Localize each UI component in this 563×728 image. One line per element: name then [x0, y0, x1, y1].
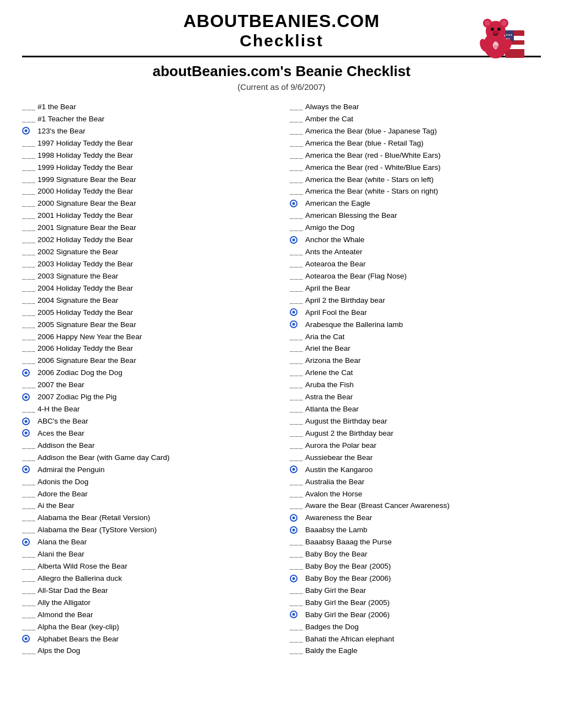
checkbox[interactable]: ___ [22, 295, 38, 306]
checkbox[interactable]: ___ [290, 295, 305, 306]
checkbox[interactable]: ___ [290, 404, 305, 415]
checkbox[interactable] [22, 634, 38, 645]
checkbox[interactable]: ___ [22, 355, 38, 366]
checkbox[interactable] [290, 512, 305, 523]
checkbox[interactable]: ___ [22, 585, 38, 596]
checkbox[interactable]: ___ [22, 573, 38, 584]
item-label: August 2 the Birthday bear [305, 428, 394, 440]
list-item: ___Addison the Bear [22, 440, 273, 452]
checkbox[interactable]: ___ [22, 477, 38, 488]
checkbox[interactable]: ___ [22, 114, 38, 125]
checkbox[interactable]: ___ [22, 101, 38, 113]
checkbox[interactable]: ___ [22, 645, 38, 656]
checkbox[interactable]: ___ [22, 198, 38, 209]
checkbox[interactable]: ___ [22, 307, 38, 318]
checkbox[interactable]: ___ [290, 585, 305, 596]
checkbox[interactable]: ___ [22, 549, 38, 560]
checkbox[interactable] [290, 573, 305, 584]
checkbox[interactable]: ___ [22, 343, 38, 354]
checkbox[interactable]: ___ [290, 489, 305, 500]
checkbox[interactable]: ___ [22, 404, 38, 415]
checkbox[interactable]: ___ [290, 247, 305, 258]
checkbox[interactable]: ___ [290, 597, 305, 608]
checkbox[interactable]: ___ [22, 440, 38, 451]
checkbox[interactable]: ___ [290, 561, 305, 572]
checkbox[interactable]: ___ [290, 114, 305, 125]
checkbox[interactable]: ___ [22, 597, 38, 608]
checkbox[interactable]: ___ [290, 645, 305, 656]
checkbox[interactable]: ___ [22, 283, 38, 294]
checkbox[interactable]: ___ [22, 379, 38, 390]
checkbox[interactable]: ___ [290, 477, 305, 488]
checkbox[interactable]: ___ [22, 222, 38, 233]
item-label: Alberta Wild Rose the Bear [38, 561, 128, 572]
checkbox[interactable] [22, 428, 38, 439]
checkbox[interactable]: ___ [22, 452, 38, 463]
checkbox[interactable]: ___ [22, 234, 38, 245]
checkbox[interactable]: ___ [290, 416, 305, 427]
checkbox[interactable] [22, 367, 38, 378]
checkbox[interactable]: ___ [22, 271, 38, 282]
checkbox[interactable]: ___ [22, 210, 38, 221]
checkbox[interactable]: ___ [290, 259, 305, 270]
checkbox[interactable]: ___ [22, 186, 38, 197]
checkbox[interactable]: ___ [22, 259, 38, 270]
owned-icon [290, 465, 298, 473]
checkbox[interactable]: ___ [290, 392, 305, 403]
checkbox[interactable]: ___ [290, 343, 305, 354]
checkbox[interactable]: ___ [290, 549, 305, 560]
list-item: ___Allegro the Ballerina duck [22, 573, 273, 585]
item-label: Alana the Bear [38, 537, 87, 548]
checkbox[interactable] [290, 319, 305, 330]
checkbox[interactable]: ___ [290, 355, 305, 366]
checkbox[interactable]: ___ [22, 561, 38, 572]
item-label: April 2 the Birthday bear [305, 295, 385, 307]
checkbox[interactable]: ___ [22, 512, 38, 523]
checkbox[interactable]: ___ [290, 162, 305, 173]
checkbox[interactable]: ___ [22, 500, 38, 511]
checkbox[interactable]: ___ [22, 162, 38, 173]
checkbox[interactable]: ___ [22, 247, 38, 258]
checkbox[interactable]: ___ [290, 500, 305, 511]
checkbox[interactable] [290, 307, 305, 318]
checkbox[interactable]: ___ [290, 186, 305, 197]
checkbox[interactable]: ___ [22, 489, 38, 500]
checkbox[interactable]: ___ [22, 622, 38, 633]
checkbox[interactable]: ___ [290, 367, 305, 378]
checkbox[interactable]: ___ [290, 440, 305, 451]
checkbox[interactable]: ___ [22, 319, 38, 330]
checkbox[interactable]: ___ [22, 150, 38, 161]
checkbox[interactable]: ___ [290, 101, 305, 113]
checkbox[interactable] [22, 416, 38, 427]
checkbox[interactable]: ___ [290, 452, 305, 463]
checkbox[interactable] [22, 392, 38, 403]
checkbox[interactable] [290, 464, 305, 475]
checkbox[interactable]: ___ [290, 271, 305, 282]
checkbox[interactable]: ___ [22, 174, 38, 185]
checkbox[interactable]: ___ [290, 174, 305, 185]
checkbox[interactable]: ___ [22, 524, 38, 536]
checkbox[interactable] [290, 234, 305, 245]
checkbox[interactable]: ___ [22, 138, 38, 149]
checkbox[interactable] [290, 524, 305, 536]
checkbox[interactable]: ___ [290, 150, 305, 161]
checkbox[interactable]: ___ [290, 210, 305, 221]
checkbox[interactable]: ___ [290, 622, 305, 633]
checkbox[interactable]: ___ [22, 331, 38, 342]
checkbox[interactable] [290, 198, 305, 209]
checkbox[interactable]: ___ [22, 609, 38, 620]
checkbox[interactable]: ___ [290, 428, 305, 439]
item-label: 2006 Zodiac Dog the Dog [38, 367, 123, 379]
checkbox[interactable] [22, 537, 38, 548]
checkbox[interactable]: ___ [290, 537, 305, 548]
checkbox[interactable] [22, 126, 38, 137]
checkbox[interactable]: ___ [290, 634, 305, 645]
checkbox[interactable]: ___ [290, 126, 305, 137]
checkbox[interactable]: ___ [290, 379, 305, 390]
checkbox[interactable]: ___ [290, 283, 305, 294]
checkbox[interactable]: ___ [290, 331, 305, 342]
checkbox[interactable]: ___ [290, 138, 305, 149]
checkbox[interactable]: ___ [290, 222, 305, 233]
checkbox[interactable] [290, 609, 305, 620]
checkbox[interactable] [22, 464, 38, 475]
